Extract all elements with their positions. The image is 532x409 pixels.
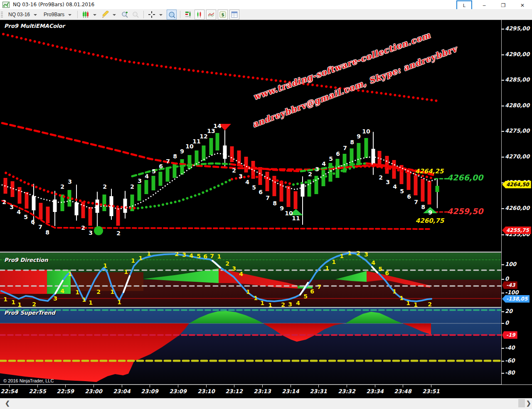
svg-text:7: 7	[38, 224, 42, 230]
svg-text:1: 1	[3, 296, 7, 303]
time-label: 23:09	[169, 388, 186, 394]
axis-tick	[502, 234, 504, 235]
time-label: 23:48	[394, 388, 411, 394]
axis-tick-label: 4260,00	[505, 205, 530, 211]
svg-text:2: 2	[116, 230, 121, 237]
copyright-text: © 2016 NinjaTrader, LLC	[3, 378, 54, 383]
svg-text:7: 7	[414, 199, 418, 205]
chart-canvas[interactable]: 1112341111211111112345671234111123456711…	[0, 0, 532, 409]
scrollbar-thumb[interactable]	[518, 399, 525, 407]
time-tick	[375, 385, 375, 387]
time-label: 22:54	[0, 388, 17, 394]
svg-text:6: 6	[203, 253, 207, 260]
svg-text:5: 5	[252, 184, 256, 191]
time-label: 23:51	[422, 388, 439, 394]
svg-text:8: 8	[273, 200, 277, 207]
svg-text:3: 3	[10, 204, 14, 210]
svg-text:1: 1	[332, 259, 336, 265]
svg-text:1: 1	[131, 257, 135, 264]
axis-tick-label: 100	[505, 261, 516, 267]
svg-text:1: 1	[147, 250, 151, 257]
svg-text:3: 3	[138, 177, 142, 184]
svg-text:1: 1	[110, 288, 114, 295]
time-tick	[291, 385, 291, 387]
svg-text:2: 2	[60, 183, 64, 190]
axis-tick-label: 4290,00	[505, 51, 530, 57]
svg-text:4: 4	[60, 288, 64, 294]
time-label: 23:34	[366, 388, 383, 394]
svg-text:1: 1	[260, 300, 264, 306]
svg-text:1: 1	[325, 265, 329, 271]
svg-text:8: 8	[173, 153, 177, 160]
time-axis[interactable]: 22:5422:5522:5923:0023:0423:0923:0923:10…	[0, 384, 532, 399]
svg-text:1: 1	[89, 299, 93, 306]
axis-tick	[502, 348, 504, 349]
svg-text:4: 4	[371, 259, 375, 266]
svg-text:1: 1	[68, 271, 72, 277]
svg-text:6: 6	[310, 288, 314, 295]
svg-text:7: 7	[210, 253, 214, 259]
time-label: 23:09	[141, 388, 158, 394]
axis-tick-label: 0	[505, 276, 509, 282]
time-label: 23:14	[282, 388, 299, 394]
svg-text:4259,50: 4259,50	[447, 207, 484, 216]
panel-label-multiemacolor: Pro9 MultiEMAColor	[4, 23, 65, 29]
svg-text:6: 6	[407, 193, 411, 200]
svg-text:3: 3	[53, 295, 57, 302]
svg-text:9: 9	[180, 148, 184, 155]
time-tick	[122, 385, 122, 387]
axis-tick	[502, 373, 504, 374]
price-axis[interactable]: 4295,004290,004285,004280,004275,004270,…	[501, 20, 532, 384]
svg-text:7: 7	[266, 195, 270, 201]
svg-text:4: 4	[245, 179, 249, 185]
svg-text:5: 5	[303, 293, 308, 300]
svg-text:4266,00: 4266,00	[447, 173, 484, 182]
svg-text:2: 2	[2, 199, 6, 205]
svg-text:1: 1	[392, 288, 397, 295]
svg-text:4260,75: 4260,75	[416, 217, 445, 224]
svg-text:4: 4	[239, 271, 243, 277]
svg-text:2: 2	[175, 251, 179, 257]
horizontal-scrollbar[interactable]: ❮ ❯	[0, 398, 532, 409]
svg-text:6: 6	[31, 219, 35, 225]
axis-tick	[502, 54, 504, 55]
time-label: 23:31	[310, 388, 327, 394]
axis-tick	[502, 29, 504, 30]
time-label: 23:12	[225, 388, 242, 394]
time-label: 23:13	[254, 388, 271, 394]
svg-text:2: 2	[428, 301, 432, 308]
time-tick	[9, 385, 10, 387]
svg-text:1: 1	[406, 300, 410, 306]
svg-text:2: 2	[232, 167, 236, 174]
axis-tick	[502, 361, 504, 362]
svg-text:4: 4	[322, 160, 326, 167]
scroll-right-icon[interactable]: ❯	[526, 400, 531, 407]
svg-text:2: 2	[103, 183, 107, 190]
svg-text:10: 10	[362, 128, 370, 135]
axis-tick	[502, 279, 504, 280]
svg-text:1: 1	[340, 253, 344, 259]
svg-text:2: 2	[356, 250, 360, 256]
time-label: 22:59	[57, 388, 74, 394]
time-tick	[318, 385, 319, 387]
time-tick	[234, 385, 234, 387]
svg-text:11: 11	[292, 215, 300, 222]
svg-text:4: 4	[145, 173, 149, 180]
svg-text:1: 1	[82, 296, 86, 303]
svg-text:5: 5	[378, 266, 382, 272]
svg-text:1: 1	[11, 299, 15, 306]
svg-text:5: 5	[152, 168, 156, 175]
svg-text:6: 6	[385, 270, 389, 276]
svg-text:5: 5	[400, 188, 404, 195]
time-label: 23:32	[338, 388, 355, 394]
axis-tick	[502, 131, 504, 132]
axis-tick-label: -40	[505, 345, 515, 351]
time-label: 23:10	[197, 388, 214, 394]
svg-text:3: 3	[386, 179, 390, 185]
svg-text:5: 5	[197, 253, 201, 259]
svg-text:5: 5	[24, 214, 28, 220]
scroll-left-icon[interactable]: ❮	[5, 400, 10, 407]
svg-text:8: 8	[350, 139, 354, 145]
svg-text:6: 6	[159, 163, 163, 170]
axis-tick	[502, 106, 504, 106]
